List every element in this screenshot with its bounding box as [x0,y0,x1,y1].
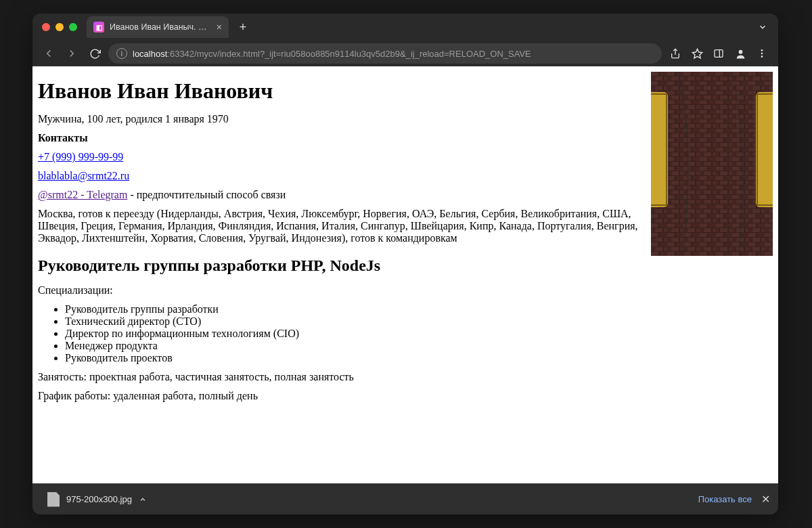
list-item: Технический директор (CTO) [65,315,773,328]
downloads-bar: 975-200x300.jpg Показать все ✕ [32,483,778,514]
svg-rect-2 [715,50,723,58]
close-window-button[interactable] [42,23,50,31]
close-tab-button[interactable]: × [217,22,222,32]
svg-point-4 [738,49,742,53]
favicon-icon: ◧ [93,22,104,32]
download-item[interactable]: 975-200x300.jpg [41,488,154,511]
phone-link[interactable]: +7 (999) 999-99-99 [38,151,123,162]
svg-point-5 [761,49,763,51]
svg-point-6 [761,53,763,55]
download-menu-button[interactable] [139,496,147,504]
browser-window: ◧ Иванов Иван Иваныч. Резюме × + i local… [32,14,778,514]
telegram-note: - предпочтительный способ связи [127,189,286,200]
maximize-window-button[interactable] [69,23,77,31]
download-filename: 975-200x300.jpg [66,494,132,504]
specializations-label: Специализации: [38,284,773,296]
list-item: Руководитель группы разработки [65,303,773,315]
site-info-icon[interactable]: i [116,48,127,59]
position-title: Руководитель группы разработки PHP, Node… [38,257,773,275]
svg-rect-15 [651,72,773,256]
forward-button[interactable] [62,44,81,63]
profile-button[interactable] [731,44,750,63]
back-button[interactable] [39,44,58,63]
address-bar[interactable]: i localhost:63342/mycv/index.html?_ijt=r… [108,43,662,64]
panel-toggle-button[interactable] [709,44,728,63]
svg-marker-1 [692,49,702,58]
toolbar: i localhost:63342/mycv/index.html?_ijt=r… [32,41,778,66]
new-tab-button[interactable]: + [234,18,252,36]
list-item: Менеджер продукта [65,340,773,352]
svg-rect-18 [756,92,773,207]
file-icon [47,492,60,507]
schedule-text: График работы: удаленная работа, полный … [38,390,773,402]
menu-button[interactable] [752,44,771,63]
browser-tab[interactable]: ◧ Иванов Иван Иваныч. Резюме × [87,16,229,38]
telegram-link[interactable]: @srmt22 - Telegram [38,189,127,200]
bookmark-button[interactable] [687,44,706,63]
tabs-dropdown-button[interactable] [758,22,767,32]
show-all-downloads-button[interactable]: Показать все [698,494,752,504]
profile-photo [651,72,773,256]
employment-text: Занятость: проектная работа, частичная з… [38,371,773,383]
tab-title: Иванов Иван Иваныч. Резюме [110,22,211,32]
list-item: Директор по информационным технологиям (… [65,328,773,340]
svg-rect-16 [651,92,668,207]
window-controls [42,23,77,31]
tab-bar: ◧ Иванов Иван Иваныч. Резюме × + [32,14,778,41]
reload-button[interactable] [85,44,104,63]
minimize-window-button[interactable] [55,23,64,31]
email-link[interactable]: blablabla@srmt22.ru [38,170,129,181]
toolbar-right [666,44,771,63]
url-text: localhost:63342/mycv/index.html?_ijt=riu… [133,49,531,59]
list-item: Руководитель проектов [65,352,773,364]
close-downloads-bar-button[interactable]: ✕ [761,493,770,506]
page-content: Иванов Иван Иванович Мужчина, 100 лет, р… [32,66,778,483]
specializations-list: Руководитель группы разработки Техническ… [38,303,773,364]
share-button[interactable] [666,44,685,63]
contacts-heading: Контакты [38,132,88,144]
svg-point-7 [761,56,763,58]
